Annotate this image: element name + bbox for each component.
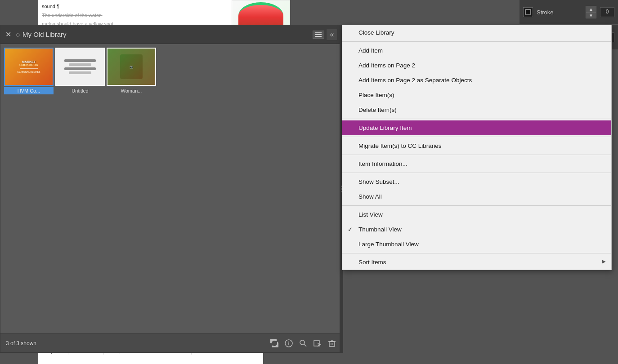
menu-separator-6 [342,205,611,206]
svg-rect-6 [315,36,322,37]
menu-separator-5 [342,173,611,173]
menu-item-thumbnail-view[interactable]: Thumbnail View [342,222,611,237]
library-item-hvm[interactable]: MARKET COOKBOOK SEASONAL RECIPES HVM Co.… [4,48,54,94]
library-title: ◇ My Old Library [16,31,313,38]
stroke-row: Stroke ▲ ▼ 0 [519,0,618,25]
thumb-woman: 📷 [107,49,155,85]
library-item-label-hvm: HVM Co... [4,87,54,94]
menu-separator-7 [342,253,611,253]
context-menu: Close Library Add Item Add Items on Page… [342,25,612,270]
untitled-line-1 [64,59,96,62]
svg-text:i: i [288,341,289,346]
stroke-value[interactable]: 0 [600,7,614,17]
library-grid: MARKET COOKBOOK SEASONAL RECIPES HVM Co.… [0,44,341,333]
menu-item-close-library[interactable]: Close Library [342,25,611,40]
search-icon[interactable] [299,339,307,347]
menu-item-add-items-page2-separate[interactable]: Add Items on Page 2 as Separate Objects [342,73,611,88]
library-menu-button[interactable] [313,31,324,39]
stroke-spinner: ▲ ▼ [586,6,596,18]
menu-item-place-items[interactable]: Place Item(s) [342,88,611,102]
menu-item-list-view[interactable]: List View [342,207,611,222]
menu-item-add-items-page2[interactable]: Add Items on Page 2 [342,58,611,73]
place-icon[interactable] [313,339,322,347]
library-item-thumb-hvm: MARKET COOKBOOK SEASONAL RECIPES [4,48,54,86]
library-item-count: 3 of 3 shown [6,340,270,346]
untitled-line-3 [64,67,96,70]
menu-item-add-item[interactable]: Add Item [342,43,611,58]
delete-icon[interactable] [328,339,336,347]
menu-item-sort-items[interactable]: Sort Items [342,255,611,270]
thumb-untitled [56,49,104,85]
menu-item-item-information[interactable]: Item Information... [342,156,611,171]
menu-item-migrate-items[interactable]: Migrate Item(s) to CC Libraries [342,138,611,153]
stroke-icon [525,9,531,15]
thumb-market: MARKET COOKBOOK SEASONAL RECIPES [5,49,53,85]
library-footer: 3 of 3 shown i [0,333,341,352]
untitled-line-2 [69,63,91,66]
stroke-up-btn[interactable]: ▲ [586,6,596,12]
library-item-label-woman: Woman... [107,87,156,94]
menu-item-delete-items[interactable]: Delete Item(s) [342,102,611,117]
library-item-thumb-woman: 📷 [107,48,156,86]
collapse-button[interactable]: « [326,29,338,40]
stroke-down-btn[interactable]: ▼ [586,12,596,18]
svg-point-10 [300,340,305,345]
untitled-line-4 [69,71,91,74]
menu-separator-2 [342,119,611,119]
library-title-text: My Old Library [22,31,67,38]
footer-icons: i [270,339,336,347]
library-title-arrow: ◇ [16,31,20,38]
menu-item-update-library-item[interactable]: Update Library Item [342,120,611,135]
menu-item-show-subset[interactable]: Show Subset... [342,174,611,189]
menu-item-show-all[interactable]: Show All [342,189,611,204]
library-header: ✕ ◇ My Old Library « [0,25,341,44]
close-panel-button[interactable]: ✕ [4,31,12,39]
library-item-untitled[interactable]: Untitled [55,48,105,94]
menu-separator-1 [342,41,611,42]
menu-separator-3 [342,137,611,137]
svg-rect-5 [315,34,322,35]
hamburger-icon [315,32,322,37]
info-icon[interactable]: i [285,339,293,347]
menu-item-large-thumbnail-view[interactable]: Large Thumbnail View [342,237,611,252]
svg-rect-14 [329,342,335,346]
stroke-icon-box [523,7,533,17]
stroke-label[interactable]: Stroke [537,9,582,16]
library-item-thumb-untitled [55,48,105,86]
sync-icon[interactable] [270,339,278,347]
library-panel: ✕ ◇ My Old Library « MARKET COOKBOOK [0,25,342,353]
svg-line-11 [304,344,306,346]
library-item-woman[interactable]: 📷 Woman... [107,48,156,94]
menu-separator-4 [342,155,611,155]
svg-rect-4 [315,32,322,33]
library-item-label-untitled: Untitled [55,87,105,94]
